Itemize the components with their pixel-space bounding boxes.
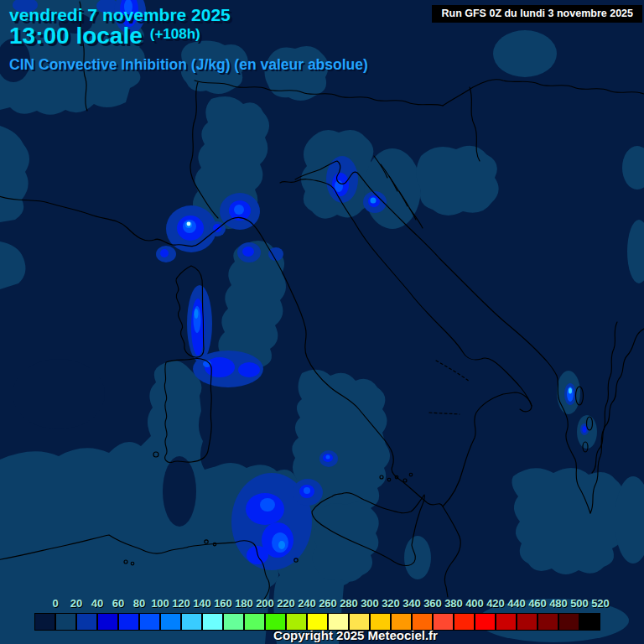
- map-shape: [187, 222, 191, 226]
- copyright-notice: Copyright 2025 Meteociel.fr: [0, 628, 644, 642]
- map-shape: [238, 362, 260, 377]
- map-shape: [205, 357, 235, 377]
- map-shape: [304, 487, 310, 494]
- map-shape: [195, 309, 199, 319]
- forecast-time-text: 13:00 locale: [9, 23, 143, 49]
- map-shape: [260, 498, 275, 512]
- parameter-title: CIN Convective Inhibition (J/kg) (en val…: [9, 56, 368, 74]
- map-shape: [234, 205, 244, 215]
- map-shape: [569, 388, 572, 394]
- map-shape: [404, 536, 431, 579]
- map-shape: [13, 359, 105, 429]
- map-shape: [583, 426, 587, 433]
- weather-map-page: vendredi 7 novembre 2025 13:00 locale(+1…: [0, 0, 644, 644]
- map-shape: [364, 148, 421, 229]
- forecast-offset: (+108h): [150, 26, 200, 42]
- forecast-time: 13:00 locale(+108h): [9, 23, 200, 49]
- scale-tick-label: 520: [588, 597, 613, 610]
- map-shape: [326, 455, 330, 460]
- map-shape: [278, 541, 285, 549]
- map-shape: [493, 30, 557, 77]
- weather-map: [0, 0, 644, 644]
- map-shape: [371, 198, 377, 204]
- map-shape: [242, 247, 254, 257]
- model-run-info: Run GFS 0Z du lundi 3 novembre 2025: [432, 5, 642, 23]
- scale-labels: 0204060801001201401601802002202402602803…: [0, 597, 644, 611]
- map-shape: [313, 502, 379, 582]
- map-shape: [417, 146, 499, 216]
- map-shape: [163, 456, 196, 527]
- map-shape: [512, 468, 625, 574]
- map-shape: [268, 247, 283, 261]
- map-shape: [160, 249, 169, 257]
